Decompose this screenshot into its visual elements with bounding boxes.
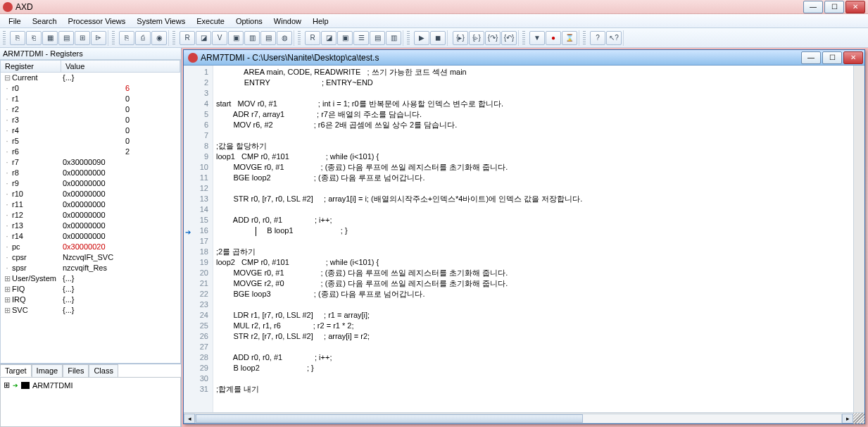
collapse-icon[interactable]: ⊟ [2, 73, 12, 83]
line-number[interactable]: 22 [184, 289, 213, 299]
tab-target[interactable]: Target [0, 364, 32, 377]
register-row[interactable]: ·r70x30000090 [1, 157, 180, 168]
register-row[interactable]: ·cpsrNzcvqIFt_SVC [1, 252, 180, 263]
col-register[interactable]: Register [1, 61, 61, 72]
tool-btn[interactable]: ⎗ [26, 31, 42, 45]
tool-btn[interactable]: V [212, 31, 227, 45]
line-number[interactable]: 14 [184, 204, 213, 215]
code-titlebar[interactable]: ARM7TDMI - C:\Users\Nanite\Desktop\ca\te… [184, 50, 864, 66]
code-line[interactable] [216, 204, 850, 215]
step-button[interactable]: {▸} [453, 31, 468, 45]
line-number[interactable]: 11 [184, 173, 213, 183]
expand-icon[interactable]: ⊞ [2, 305, 12, 316]
code-line[interactable]: MOV r6, #2 ; r6은 2배 곱셈에 쓰일 상수 2를 담습니다. [216, 120, 850, 130]
menu-search[interactable]: Search [27, 16, 63, 27]
help-button[interactable]: ? [590, 31, 605, 45]
line-number[interactable]: 6 [184, 120, 213, 130]
register-row[interactable]: ·pc0x30000020 [1, 242, 180, 252]
register-row[interactable]: ·r130x00000000 [1, 221, 180, 231]
line-number[interactable]: 19 [184, 257, 213, 268]
tool-btn[interactable]: ⊞ [75, 31, 90, 45]
step-into-button[interactable]: {↶} [501, 31, 517, 45]
code-line[interactable]: MOVGE r2, #0 ; (종료) 다음 루프에 쓰일 레지스터를 초기화해… [216, 278, 850, 289]
register-row[interactable]: ·r06 [1, 83, 180, 94]
code-line[interactable]: ;2를 곱하기 [216, 247, 850, 257]
register-row[interactable]: ·r30 [1, 115, 180, 125]
register-group[interactable]: ⊞User/System{...} [1, 273, 180, 284]
col-value[interactable]: Value [61, 61, 180, 72]
code-line[interactable]: ;값을 할당하기 [216, 141, 850, 151]
register-row[interactable]: ·r40 [1, 125, 180, 136]
step-out-button[interactable]: {↷} [485, 31, 501, 45]
register-row[interactable]: ·r50 [1, 136, 180, 147]
tool-btn[interactable]: ▣ [228, 31, 244, 45]
line-number[interactable]: 1 [184, 67, 213, 78]
register-group-current[interactable]: ⊟Current{...} [1, 73, 180, 83]
register-row[interactable]: ·r20 [1, 104, 180, 115]
code-line[interactable]: MUL r2, r1, r6 ; r2 = r1 * 2; [216, 321, 850, 331]
code-line[interactable]: ADD r0, r0, #1 ; i++; [216, 352, 850, 363]
tool-btn[interactable]: ▼ [529, 31, 545, 45]
scroll-right-arrow-icon[interactable]: ▸ [842, 414, 853, 423]
tool-btn[interactable]: ▥ [386, 31, 401, 45]
code-line[interactable]: loop1 CMP r0, #101 ; while (i<101) { [216, 151, 850, 162]
line-number[interactable]: 21 [184, 278, 213, 289]
tool-btn[interactable]: R [180, 31, 195, 45]
menu-procview[interactable]: Processor Views [63, 16, 132, 27]
code-line[interactable]: BGE loop3 ; (종료) 다음 루프로 넘어갑니다. [216, 289, 850, 299]
code-line[interactable]: B loop1 ; } [216, 225, 850, 236]
line-number[interactable]: 29 [184, 363, 213, 373]
breakpoint-button[interactable]: ● [546, 31, 561, 45]
menu-execute[interactable]: Execute [191, 16, 230, 27]
code-line[interactable]: MOVGE r0, #1 ; (종료) 다음 루프에 쓰일 레지스터를 초기화해… [216, 268, 850, 278]
tool-btn[interactable]: ◪ [321, 31, 336, 45]
scroll-left-arrow-icon[interactable]: ◂ [184, 414, 195, 423]
line-number[interactable]: 23 [184, 299, 213, 310]
tab-class[interactable]: Class [89, 364, 118, 377]
line-number[interactable]: 30 [184, 373, 213, 384]
code-line[interactable]: AREA main, CODE, READWRITE ; 쓰기 가능한 코드 섹… [216, 67, 850, 78]
main-titlebar[interactable]: AXD [0, 0, 868, 14]
line-number[interactable]: 3 [184, 88, 213, 99]
scroll-thumb[interactable] [196, 414, 583, 423]
expand-icon[interactable]: ⊞ [2, 273, 12, 284]
line-number[interactable]: 18 [184, 247, 213, 257]
register-row[interactable]: ·r110x00000000 [1, 199, 180, 210]
line-number[interactable]: 13 [184, 194, 213, 204]
code-line[interactable]: STR r0, [r7, r0, LSL #2] ; array1[i] = i… [216, 194, 850, 204]
register-group[interactable]: ⊞SVC{...} [1, 305, 180, 316]
code-maximize-button[interactable] [822, 51, 842, 64]
step-over-button[interactable]: {▹} [469, 31, 484, 45]
line-number[interactable]: 12 [184, 183, 213, 194]
code-line[interactable]: MOVGE r0, #1 ; (종료) 다음 루프에 쓰일 레지스터를 초기화해… [216, 162, 850, 173]
tool-btn[interactable]: ◍ [277, 31, 292, 45]
minimize-button[interactable] [803, 1, 823, 13]
register-group[interactable]: ⊞IRQ{...} [1, 295, 180, 305]
code-line[interactable]: ADD r0, r0, #1 ; i++; [216, 215, 850, 225]
tool-btn[interactable]: ⎘ [119, 31, 134, 45]
horizontal-scrollbar[interactable]: ◂ ▸ [184, 412, 864, 423]
line-number[interactable]: 2 [184, 78, 213, 88]
tool-btn[interactable]: ⎘ [10, 31, 25, 45]
line-number[interactable]: 7 [184, 130, 213, 141]
close-button[interactable] [845, 1, 865, 13]
line-number[interactable]: ➔16 [184, 225, 213, 236]
code-close-button[interactable] [843, 51, 863, 64]
context-help-button[interactable]: ↖? [606, 31, 622, 45]
code-line[interactable] [216, 299, 850, 310]
expand-icon[interactable]: ⊞ [2, 295, 12, 305]
menu-window[interactable]: Window [268, 16, 307, 27]
register-row[interactable]: ·r140x00000000 [1, 231, 180, 242]
code-line[interactable] [216, 373, 850, 384]
code-line[interactable]: loop2 CMP r0, #101 ; while (i<101) { [216, 257, 850, 268]
line-gutter[interactable]: 123456789101112131415➔161718192021222324… [184, 66, 213, 412]
code-line[interactable]: start MOV r0, #1 ; int i = 1; r0를 반복문에 사… [216, 99, 850, 109]
code-line[interactable] [216, 342, 850, 352]
code-minimize-button[interactable] [801, 51, 821, 64]
line-number[interactable]: 27 [184, 342, 213, 352]
tool-btn[interactable]: ⌛ [562, 31, 577, 45]
line-number[interactable]: 8 [184, 141, 213, 151]
maximize-button[interactable] [824, 1, 844, 13]
line-number[interactable]: 4 [184, 99, 213, 109]
line-number[interactable]: 31 [184, 384, 213, 395]
